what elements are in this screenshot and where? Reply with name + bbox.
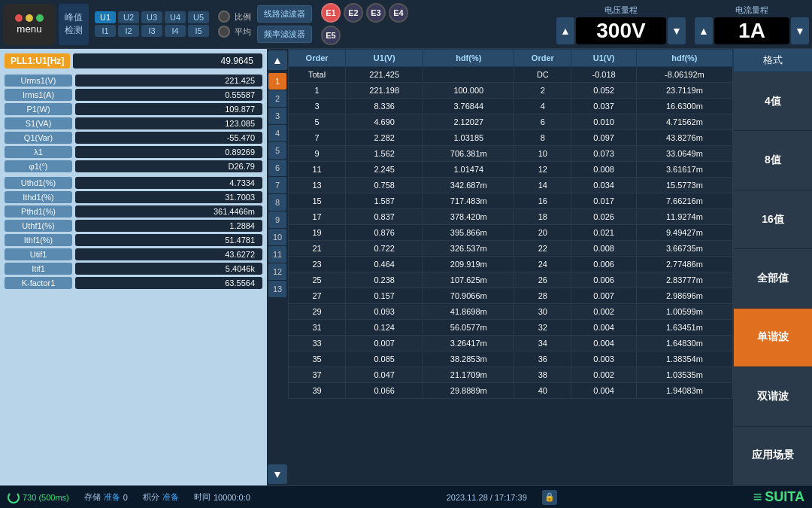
scroll-num-7[interactable]: 7 (268, 177, 286, 193)
right-panel-btn-4值[interactable]: 4值 (734, 72, 812, 131)
top-bar: menu 峰值 检测 U1 U2 U3 U4 U5 I1 I2 I3 I4 I5… (0, 0, 812, 49)
table-row: 290.09341.8698m300.0021.00599m (289, 304, 733, 320)
ch-u3[interactable]: U3 (141, 11, 162, 23)
integral-item: 积分 准备 (143, 491, 179, 503)
table-cell: 1.03185 (423, 130, 514, 146)
table-cell: 13 (289, 178, 346, 193)
freq-filter-btn[interactable]: 频率滤波器 (257, 26, 312, 43)
table-header: hdf(%) (636, 50, 732, 67)
scroll-num-8[interactable]: 8 (268, 194, 286, 211)
table-cell: 32 (514, 320, 571, 336)
ch-u4[interactable]: U4 (165, 11, 186, 23)
voltage-range-label: 电压量程 (604, 5, 638, 16)
current-display: 1A (714, 17, 789, 44)
save-status: 准备 (104, 491, 120, 503)
scroll-up-btn[interactable]: ▲ (268, 50, 287, 70)
ch-u2[interactable]: U2 (118, 11, 139, 23)
table-cell: 2.12027 (423, 114, 514, 130)
current-up-btn[interactable]: ▲ (695, 17, 713, 44)
table-cell: 0.073 (571, 146, 636, 162)
table-row: Total221.425DC-0.018-8.06192m (289, 67, 733, 83)
metric-label: Ithf1(%) (5, 234, 72, 246)
table-cell: 378.420m (423, 209, 514, 225)
metrics-grid2: Uthd1(%) 4.7334 Ithd1(%) 31.7003 Pthd1(%… (5, 177, 262, 289)
e2-btn[interactable]: E2 (344, 3, 363, 23)
table-row: 72.2821.0318580.09743.8276m (289, 130, 733, 146)
table-cell: 3.26417m (423, 336, 514, 351)
right-panel-btn-单谐波[interactable]: 单谐波 (734, 309, 812, 367)
right-panel-btn-全部值[interactable]: 全部值 (734, 249, 812, 308)
table-row: 330.0073.26417m340.0041.64830m (289, 336, 733, 351)
ch-u1[interactable]: U1 (95, 11, 116, 23)
voltage-down-btn[interactable]: ▼ (668, 17, 686, 44)
lock-icon[interactable]: 🔒 (542, 490, 557, 505)
right-panel-btn-应用场景[interactable]: 应用场景 (734, 427, 812, 485)
menu-button[interactable]: menu (3, 4, 56, 45)
metric-label: Uthf1(%) (5, 220, 72, 232)
metric-label: Urms1(V) (5, 75, 72, 87)
scroll-num-10[interactable]: 10 (268, 229, 286, 245)
table-cell: 23 (289, 257, 346, 272)
table-cell: 0.722 (346, 241, 423, 257)
table-row: 54.6902.1202760.0104.71562m (289, 114, 733, 130)
table-cell: 1.00599m (636, 304, 732, 320)
table-cell: 29 (289, 304, 346, 320)
right-panel: 格式 4值8值16值全部值单谐波双谐波应用场景 (733, 49, 812, 485)
table-cell: 0.003 (571, 351, 636, 367)
scroll-num-9[interactable]: 9 (268, 211, 286, 228)
data-table: OrderU1(V)hdf(%)OrderU1(V)hdf(%)Total221… (288, 49, 733, 399)
table-cell: 11.9274m (636, 209, 732, 225)
right-panel-btn-8值[interactable]: 8值 (734, 131, 812, 190)
dot-yellow (26, 14, 33, 22)
ch-i1[interactable]: I1 (95, 25, 116, 37)
table-cell: 9 (289, 146, 346, 162)
ch-i4[interactable]: I4 (165, 25, 186, 37)
scroll-down-btn[interactable]: ▼ (268, 464, 287, 484)
metric-label: S1(VA) (5, 117, 72, 129)
table-cell: 23.7119m (636, 83, 732, 99)
scroll-num-11[interactable]: 11 (268, 246, 286, 263)
right-panel-btn-双谐波[interactable]: 双谐波 (734, 367, 812, 426)
table-cell: 0.093 (346, 304, 423, 320)
scroll-num-2[interactable]: 2 (268, 90, 286, 107)
scroll-num-4[interactable]: 4 (268, 125, 286, 141)
scroll-num-13[interactable]: 13 (268, 281, 286, 297)
scroll-numbers: 12345678910111213 (268, 73, 286, 463)
ch-i2[interactable]: I2 (118, 25, 139, 37)
table-cell: 221.425 (346, 67, 423, 83)
current-control: ▲ 1A ▼ (695, 17, 809, 44)
right-panel-btn-16值[interactable]: 16值 (734, 190, 812, 249)
scroll-num-5[interactable]: 5 (268, 142, 286, 159)
e1-btn[interactable]: E1 (321, 3, 341, 23)
metric-row: Uthf1(%) 1.2884 (5, 220, 262, 232)
save-item: 存储 准备 0 (84, 491, 128, 503)
table-cell: 8.336 (346, 99, 423, 114)
table-cell: 0.157 (346, 288, 423, 304)
scroll-num-3[interactable]: 3 (268, 108, 286, 124)
table-cell: 2.245 (346, 162, 423, 178)
metric-row: Q1(Var) -55.470 (5, 132, 262, 144)
current-range-label: 电流量程 (735, 5, 768, 16)
voltage-up-btn[interactable]: ▲ (556, 17, 574, 44)
avg-item: 平均 (218, 26, 251, 38)
ch-i3[interactable]: I3 (141, 25, 162, 37)
metric-value: 51.4781 (75, 234, 262, 246)
scroll-num-1[interactable]: 1 (268, 73, 286, 90)
integral-status: 准备 (162, 491, 179, 503)
table-cell: 0.758 (346, 178, 423, 193)
table-cell (423, 67, 514, 83)
save-label: 存储 (84, 491, 101, 503)
current-down-btn[interactable]: ▼ (791, 17, 809, 44)
e5-btn[interactable]: E5 (321, 26, 341, 45)
ch-u5[interactable]: U5 (188, 11, 209, 23)
e3-btn[interactable]: E3 (366, 3, 386, 23)
table-cell: 35 (289, 351, 346, 367)
scroll-num-6[interactable]: 6 (268, 160, 286, 176)
table-cell: 1.63451m (636, 320, 732, 336)
e4-btn[interactable]: E4 (389, 3, 408, 23)
metric-value: 43.6272 (75, 248, 262, 260)
scroll-num-12[interactable]: 12 (268, 263, 286, 280)
ch-i5[interactable]: I5 (188, 25, 209, 37)
line-filter-btn[interactable]: 线路滤波器 (257, 5, 312, 23)
metric-row: Utif1 43.6272 (5, 248, 262, 260)
